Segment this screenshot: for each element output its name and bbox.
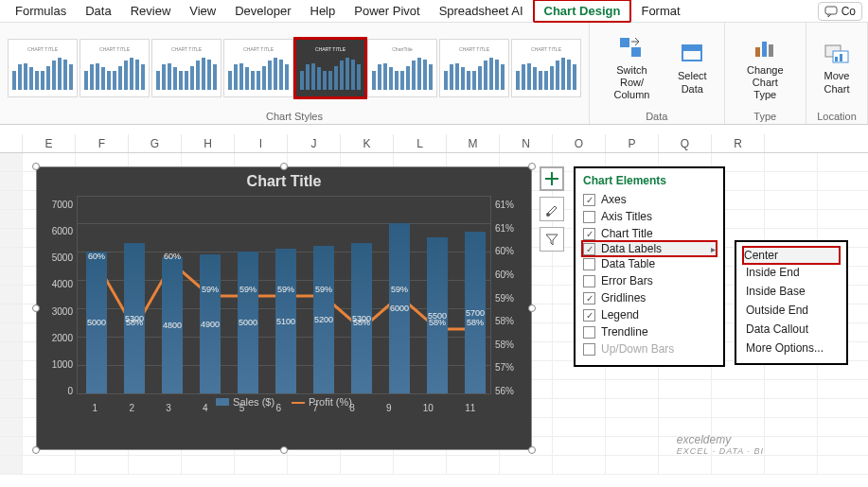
plot-area[interactable]: 5000530048004900500051005200530060005500… xyxy=(77,196,491,394)
column-header[interactable]: F xyxy=(76,134,129,152)
chart-filters-button[interactable] xyxy=(540,227,564,252)
chart-element-item[interactable]: ✓Gridlines xyxy=(583,289,716,306)
svg-rect-11 xyxy=(840,54,842,61)
resize-handle[interactable] xyxy=(280,163,288,170)
line-data-label: 59% xyxy=(239,285,257,294)
tab-developer[interactable]: Developer xyxy=(225,1,300,21)
column-header[interactable]: R xyxy=(712,134,765,152)
tab-chart-design[interactable]: Chart Design xyxy=(533,0,632,23)
select-data-button[interactable]: Select Data xyxy=(668,36,717,98)
chart-element-item[interactable]: ✓Legend xyxy=(583,306,716,323)
column-header[interactable]: O xyxy=(553,134,606,152)
tab-format[interactable]: Format xyxy=(631,1,689,21)
chart-side-buttons xyxy=(540,166,564,252)
bar-data-label: 5000 xyxy=(239,318,257,327)
move-chart-button[interactable]: Move Chart xyxy=(814,36,859,98)
column-header[interactable]: Q xyxy=(659,134,712,152)
chart-element-item[interactable]: Data Table xyxy=(583,255,716,272)
x-tick: 4 xyxy=(203,403,208,413)
chart-style-thumb[interactable]: CHART TITLE xyxy=(151,39,221,97)
resize-handle[interactable] xyxy=(32,163,40,170)
comment-icon xyxy=(824,5,838,18)
chart-elements-button[interactable] xyxy=(540,166,564,191)
chart-style-thumb[interactable]: CHART TITLE xyxy=(295,39,365,97)
column-header[interactable]: H xyxy=(182,134,235,152)
bar-data-label: 6000 xyxy=(390,304,409,313)
submenu-item[interactable]: Inside End xyxy=(744,263,839,282)
submenu-item[interactable]: More Options... xyxy=(744,339,839,357)
line-data-label: 60% xyxy=(164,252,181,261)
chart-style-thumb[interactable]: CHART TITLE xyxy=(223,39,293,97)
submenu-item[interactable]: Center xyxy=(742,246,841,265)
tab-review[interactable]: Review xyxy=(121,1,181,21)
tab-view[interactable]: View xyxy=(180,1,225,21)
change-chart-type-button[interactable]: Change Chart Type xyxy=(733,30,798,106)
column-header[interactable]: P xyxy=(606,134,659,152)
checkbox[interactable]: ✓ xyxy=(583,194,595,206)
chart-element-item[interactable]: Error Bars xyxy=(583,272,716,289)
switch-row-column-button[interactable]: Switch Row/ Column xyxy=(597,30,666,106)
chart-element-item[interactable]: Trendline xyxy=(583,323,716,340)
resize-handle[interactable] xyxy=(528,304,536,312)
ribbon-tabs: Formulas Data Review View Developer Help… xyxy=(0,0,868,23)
column-header[interactable]: E xyxy=(23,134,76,152)
column-header[interactable]: M xyxy=(447,134,500,152)
tab-spreadsheet-ai[interactable]: Spreadsheet AI xyxy=(430,1,533,21)
x-tick: 8 xyxy=(349,403,355,413)
column-header[interactable] xyxy=(0,134,23,152)
column-header[interactable]: K xyxy=(341,134,394,152)
bar-data-label: 5000 xyxy=(87,318,106,327)
chart-style-thumb[interactable]: ChartTitle xyxy=(367,39,437,97)
column-header[interactable]: G xyxy=(129,134,182,152)
checkbox[interactable] xyxy=(583,211,595,223)
resize-handle[interactable] xyxy=(32,446,40,454)
submenu-item[interactable]: Outside End xyxy=(744,301,839,320)
tab-formulas[interactable]: Formulas xyxy=(6,1,76,21)
resize-handle[interactable] xyxy=(280,446,288,454)
chart-style-thumb[interactable]: CHART TITLE xyxy=(8,39,78,97)
submenu-item[interactable]: Inside Base xyxy=(744,282,839,301)
chart-title[interactable]: Chart Title xyxy=(37,167,531,196)
x-tick: 2 xyxy=(129,403,134,413)
submenu-item[interactable]: Data Callout xyxy=(744,320,839,339)
chart-style-thumb[interactable]: CHART TITLE xyxy=(511,39,581,97)
resize-handle[interactable] xyxy=(32,304,40,312)
checkbox[interactable]: ✓ xyxy=(583,309,595,322)
watermark: exceldemy EXCEL · DATA · BI xyxy=(677,433,764,456)
checkbox[interactable] xyxy=(583,258,595,270)
svg-rect-10 xyxy=(835,57,838,61)
svg-rect-4 xyxy=(682,45,701,51)
comments-button[interactable]: Co xyxy=(818,2,862,21)
column-header[interactable]: J xyxy=(288,134,341,152)
chart-style-thumb[interactable]: CHART TITLE xyxy=(80,39,150,97)
item-label: Data Table xyxy=(601,257,655,270)
switch-icon xyxy=(618,34,645,61)
line-data-label: 59% xyxy=(277,285,294,294)
tab-powerpivot[interactable]: Power Pivot xyxy=(345,1,429,21)
chart-element-item[interactable]: ✓Axes xyxy=(583,191,716,208)
embedded-chart[interactable]: Chart Title 0100020003000400050006000700… xyxy=(36,166,532,450)
item-label: Axes xyxy=(601,193,627,206)
column-header[interactable]: I xyxy=(235,134,288,152)
checkbox[interactable]: ✓ xyxy=(583,243,595,255)
column-header[interactable]: N xyxy=(500,134,553,152)
checkbox[interactable] xyxy=(583,275,595,287)
checkbox[interactable] xyxy=(583,343,595,356)
checkbox[interactable] xyxy=(583,326,595,339)
chevron-right-icon: ▸ xyxy=(711,244,716,254)
chart-elements-popup: Chart Elements ✓AxesAxis Titles✓Chart Ti… xyxy=(574,166,725,367)
svg-rect-7 xyxy=(769,44,773,57)
y-axis-left: 01000200030004000500060007000 xyxy=(44,200,73,396)
tab-help[interactable]: Help xyxy=(301,1,345,21)
checkbox[interactable]: ✓ xyxy=(583,292,595,304)
resize-handle[interactable] xyxy=(528,446,536,454)
checkbox[interactable]: ✓ xyxy=(583,228,595,240)
tab-data[interactable]: Data xyxy=(76,1,120,21)
chart-styles-button[interactable] xyxy=(540,197,564,221)
chart-element-item[interactable]: Axis Titles xyxy=(583,208,716,225)
chart-style-thumb[interactable]: CHART TITLE xyxy=(439,39,509,97)
column-header[interactable]: L xyxy=(394,134,447,152)
group-label-data: Data xyxy=(646,111,667,122)
worksheet[interactable]: Chart Title 0100020003000400050006000700… xyxy=(0,153,868,484)
resize-handle[interactable] xyxy=(528,163,536,170)
